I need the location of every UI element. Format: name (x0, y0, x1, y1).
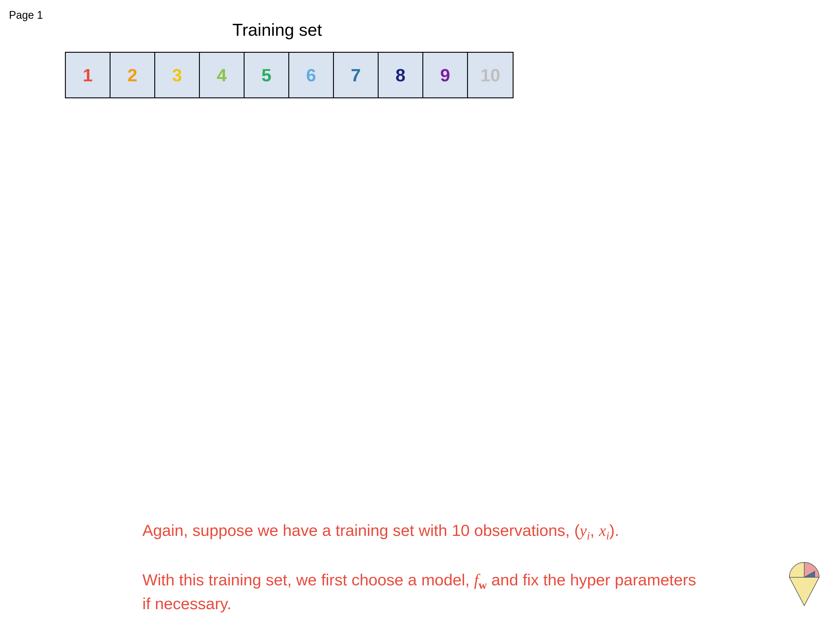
text-fragment: With this training set, we first choose … (142, 571, 474, 589)
training-cell-2: 2 (111, 53, 155, 97)
math-sub-w: w (478, 579, 487, 591)
training-cell-3: 3 (155, 53, 200, 97)
math-var-f: f (474, 571, 478, 589)
text-fragment: ). (609, 521, 619, 539)
logo-icon (786, 559, 822, 607)
slide-title: Training set (232, 19, 322, 40)
math-var-y: y (580, 522, 587, 540)
training-set-cells: 12345678910 (65, 52, 514, 98)
page-label: Page 1 (9, 9, 43, 21)
text-fragment: Again, suppose we have a training set wi… (142, 521, 580, 539)
math-sub-i: i (587, 529, 590, 542)
body-paragraph-2: With this training set, we first choose … (142, 569, 702, 615)
training-cell-5: 5 (245, 53, 289, 97)
training-cell-8: 8 (378, 53, 423, 97)
body-paragraph-1: Again, suppose we have a training set wi… (142, 519, 702, 543)
text-fragment: , (590, 521, 599, 539)
training-cell-9: 9 (423, 53, 468, 97)
training-cell-1: 1 (66, 53, 111, 97)
training-cell-6: 6 (289, 53, 334, 97)
training-cell-4: 4 (200, 53, 245, 97)
training-cell-10: 10 (468, 53, 513, 97)
math-var-x: x (599, 522, 606, 540)
math-sub-i: i (606, 529, 610, 542)
training-cell-7: 7 (334, 53, 378, 97)
